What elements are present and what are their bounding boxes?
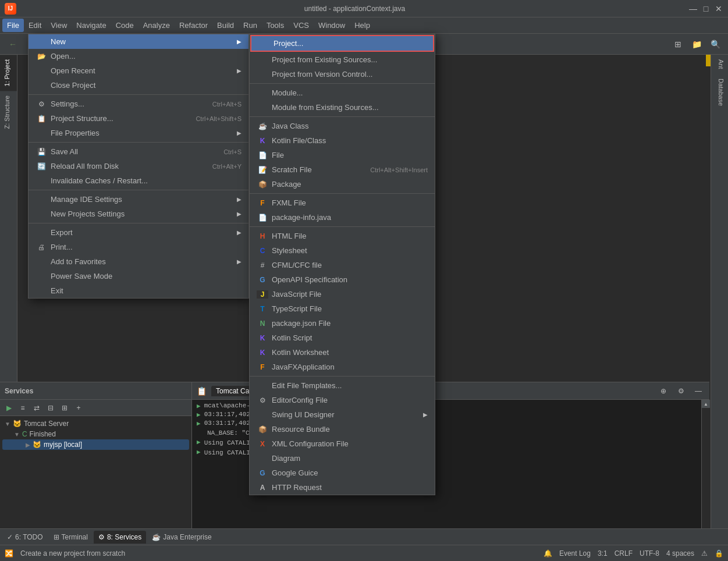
new-kotlin-file[interactable]: K Kotlin File/Class — [250, 133, 435, 148]
new-http-request[interactable]: A HTTP Request — [250, 480, 435, 495]
new-package[interactable]: 📦 Package — [250, 177, 435, 191]
new-google-guice[interactable]: G Google Guice — [250, 466, 435, 480]
new-package-info[interactable]: 📄 package-info.java — [250, 210, 435, 225]
menu-item-run[interactable]: Run — [239, 19, 262, 32]
menu-item-vcs[interactable]: VCS — [289, 19, 314, 32]
new-html[interactable]: H HTML File — [250, 229, 435, 243]
new-diagram[interactable]: Diagram — [250, 451, 435, 466]
file-menu-new-projects[interactable]: New Projects Settings ▶ — [29, 207, 248, 221]
new-module-existing[interactable]: Module from Existing Sources... — [250, 100, 435, 115]
file-menu-power-save[interactable]: Power Save Mode — [29, 269, 248, 283]
close-button[interactable]: ✕ — [714, 4, 723, 13]
tab-services[interactable]: ⚙ 8: Services — [94, 531, 146, 544]
log-minimize-btn[interactable]: — — [692, 385, 705, 397]
new-kotlin-script[interactable]: K Kotlin Script — [250, 331, 435, 345]
new-javafx-app[interactable]: F JavaFXApplication — [250, 360, 435, 374]
encoding-label[interactable]: UTF-8 — [640, 549, 659, 558]
search-everywhere-button[interactable]: 🔍 — [707, 36, 723, 52]
menu-item-window[interactable]: Window — [314, 19, 350, 32]
tab-structure[interactable]: Z: Structure — [0, 91, 17, 133]
new-swing-designer[interactable]: Swing UI Designer ▶ — [250, 407, 435, 422]
line-ending-label[interactable]: CRLF — [615, 549, 633, 558]
menu-item-help[interactable]: Help — [350, 19, 375, 32]
file-menu-add-favorites[interactable]: Add to Favorites ▶ — [29, 254, 248, 269]
new-project-item[interactable]: Project... — [250, 35, 434, 52]
menu-item-tools[interactable]: Tools — [262, 19, 289, 32]
file-menu-settings[interactable]: ⚙ Settings... Ctrl+Alt+S — [29, 97, 248, 111]
services-btn-3[interactable]: ⇄ — [30, 402, 43, 414]
file-menu-exit[interactable]: Exit — [29, 283, 248, 298]
menu-item-view[interactable]: View — [46, 19, 72, 32]
new-resource-bundle[interactable]: 📦 Resource Bundle — [250, 422, 435, 436]
services-run-btn[interactable]: ▶ — [2, 402, 15, 414]
services-btn-2[interactable]: ≡ — [16, 402, 29, 414]
file-menu-open-recent[interactable]: Open Recent ▶ — [29, 63, 248, 78]
menu-item-edit[interactable]: Edit — [24, 19, 46, 32]
maximize-button[interactable]: □ — [701, 4, 711, 13]
menu-item-analyze[interactable]: Analyze — [139, 19, 175, 32]
indent-label[interactable]: 4 spaces — [666, 549, 694, 558]
new-js-file[interactable]: J JavaScript File — [250, 287, 435, 301]
new-fxml[interactable]: F FXML File — [250, 196, 435, 210]
event-log-btn[interactable]: 🔔 — [544, 549, 552, 558]
toolbar-right-1[interactable]: ⊞ — [670, 36, 686, 52]
new-openapi[interactable]: G OpenAPI Specification — [250, 272, 435, 287]
new-project-vcs[interactable]: Project from Version Control... — [250, 67, 435, 81]
new-package-json[interactable]: N package.json File — [250, 316, 435, 331]
new-kotlin-worksheet[interactable]: K Kotlin Worksheet — [250, 345, 435, 360]
file-menu-file-properties[interactable]: File Properties ▶ — [29, 126, 248, 140]
services-btn-4[interactable]: ⊟ — [44, 402, 57, 414]
diagram-label: Diagram — [272, 454, 300, 463]
new-editorconfig[interactable]: ⚙ EditorConfig File — [250, 393, 435, 407]
menu-item-navigate[interactable]: Navigate — [72, 19, 111, 32]
log-add-btn[interactable]: ⊕ — [657, 385, 670, 397]
menu-item-refactor[interactable]: Refactor — [175, 19, 212, 32]
new-module[interactable]: Module... — [250, 86, 435, 100]
resource-bundle-label: Resource Bundle — [272, 425, 330, 434]
file-menu-export[interactable]: Export ▶ — [29, 225, 248, 240]
tab-ant[interactable]: Ant — [711, 55, 728, 74]
new-scratch-file[interactable]: 📝 Scratch File Ctrl+Alt+Shift+Insert — [250, 162, 435, 177]
tab-java-enterprise[interactable]: ☕ Java Enterprise — [147, 531, 216, 544]
new-xml-config[interactable]: X XML Configuration File — [250, 436, 435, 451]
menu-item-file[interactable]: File — [2, 19, 24, 32]
menu-item-build[interactable]: Build — [212, 19, 239, 32]
log-settings-btn[interactable]: ⚙ — [674, 385, 687, 397]
file-menu-invalidate[interactable]: Invalidate Caches / Restart... — [29, 173, 248, 188]
file-menu-save-all[interactable]: 💾 Save All Ctrl+S — [29, 144, 248, 159]
file-menu-close-project[interactable]: Close Project — [29, 78, 248, 93]
log-scrollbar[interactable]: ▲ ▼ — [701, 400, 709, 545]
new-ts-file[interactable]: T TypeScript File — [250, 301, 435, 316]
file-menu-new[interactable]: New ▶ — [29, 34, 248, 49]
swing-label: Swing UI Designer — [272, 410, 335, 419]
tab-terminal[interactable]: ⊞ Terminal — [49, 531, 93, 544]
event-log-label[interactable]: Event Log — [559, 549, 591, 558]
file-menu-manage-ide[interactable]: Manage IDE Settings ▶ — [29, 192, 248, 207]
tree-item-myjsp[interactable]: ▶ 🐱 myjsp [local] — [2, 439, 189, 450]
scrollbar-up-btn[interactable]: ▲ — [702, 400, 710, 408]
file-menu-print[interactable]: 🖨 Print... — [29, 240, 248, 254]
new-stylesheet[interactable]: C Stylesheet — [250, 243, 435, 258]
services-btn-5[interactable]: ⊞ — [58, 402, 71, 414]
tab-database[interactable]: Database — [711, 74, 728, 111]
services-btn-6[interactable]: + — [72, 402, 85, 414]
file-menu-reload[interactable]: 🔄 Reload All from Disk Ctrl+Alt+Y — [29, 159, 248, 173]
exit-label: Exit — [51, 286, 63, 295]
tab-todo[interactable]: ✓ 6: TODO — [2, 531, 48, 544]
new-project-existing[interactable]: Project from Existing Sources... — [250, 52, 435, 67]
tree-item-tomcat[interactable]: ▼ 🐱 Tomcat Server — [2, 418, 189, 429]
new-edit-templates[interactable]: Edit File Templates... — [250, 378, 435, 393]
toolbar-right-2[interactable]: 📁 — [688, 36, 705, 52]
new-java-class[interactable]: ☕ Java Class — [250, 119, 435, 133]
minimize-button[interactable]: — — [688, 4, 698, 13]
position-label[interactable]: 3:1 — [598, 549, 608, 558]
tab-project[interactable]: 1: Project — [0, 55, 17, 91]
tree-item-finished[interactable]: ▼ C Finished — [2, 429, 189, 439]
reload-label: Reload All from Disk — [51, 162, 119, 171]
file-menu-project-structure[interactable]: 📋 Project Structure... Ctrl+Alt+Shift+S — [29, 111, 248, 126]
new-cfml[interactable]: # CFML/CFC file — [250, 258, 435, 272]
new-file[interactable]: 📄 File — [250, 148, 435, 162]
file-menu-open[interactable]: 📂 Open... — [29, 49, 248, 63]
back-button[interactable]: ← — [5, 36, 21, 52]
menu-item-code[interactable]: Code — [111, 19, 139, 32]
